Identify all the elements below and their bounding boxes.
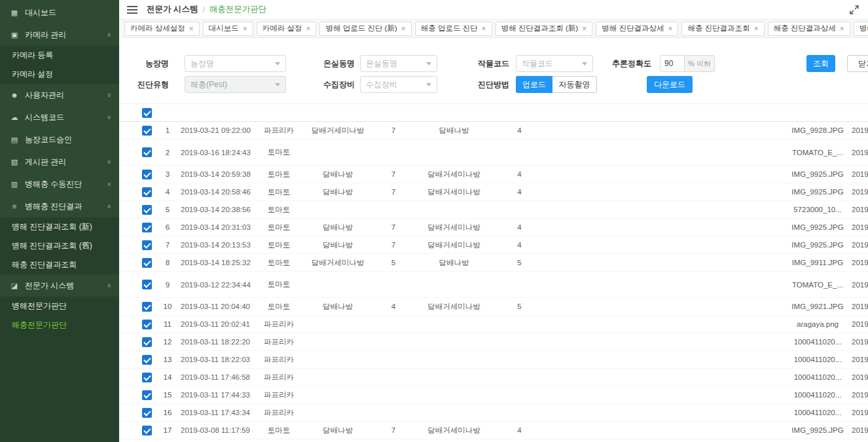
sidebar-item[interactable]: ▧ 게시판 관리 (0, 151, 119, 173)
cell-extra: 2019 (849, 241, 868, 249)
row-checkbox[interactable] (142, 170, 152, 179)
close-icon[interactable]: × (189, 25, 194, 33)
search-button[interactable]: 조회 (806, 55, 835, 72)
close-button[interactable]: 닫기 (847, 55, 868, 72)
tab[interactable]: ● 병해전문가판단 × (854, 22, 868, 36)
row-checkbox[interactable] (142, 302, 152, 312)
close-icon[interactable]: × (668, 25, 672, 33)
method-upload-button[interactable]: 업로드 (516, 76, 552, 93)
fullscreen-icon[interactable] (850, 5, 859, 14)
close-icon[interactable]: × (401, 25, 406, 33)
close-icon[interactable]: × (582, 25, 587, 33)
row-checkbox[interactable] (142, 337, 152, 347)
table-row[interactable]: 13 2019-03-11 18:22:03 파프리카 1000411020..… (119, 351, 868, 369)
cell-date: 2019-03-21 09:22:00 (179, 126, 253, 134)
sidebar-item[interactable]: ▤ 농장코드승인 (0, 128, 119, 151)
checkbox-cell (137, 126, 156, 136)
cell-pest1: 담배나방 (305, 170, 371, 179)
row-checkbox[interactable] (142, 187, 152, 197)
sidebar-item[interactable]: ▣ 카메라 관리 (0, 24, 119, 46)
tab[interactable]: ● 해충 업로드 진단 × (415, 22, 492, 36)
close-icon[interactable]: × (306, 25, 310, 33)
sidebar-item[interactable]: 병해 진단결과조회 (新) (0, 217, 119, 236)
accuracy-input[interactable] (660, 55, 685, 72)
table-row[interactable]: 9 2019-03-12 22:34:44 토마토 TOMATO_E_... 2… (119, 272, 868, 298)
sidebar-item[interactable]: 카메라 등록 (0, 46, 119, 65)
tab[interactable]: ● 병해 진단결과상세 × (596, 22, 678, 36)
tab[interactable]: ● 대시보드 × (203, 22, 253, 36)
table-row[interactable]: 17 2019-03-08 11:17:59 토마토 담배나방 7 담배거세미나… (119, 422, 868, 439)
row-checkbox[interactable] (142, 223, 152, 232)
sidebar-item[interactable]: 카메라 설정 (0, 65, 119, 84)
method-auto-button[interactable]: 자동촬영 (552, 76, 597, 93)
table-row[interactable]: 10 2019-03-11 20:04:40 토마토 담배나방 4 담배거세미나… (119, 298, 868, 316)
table-row[interactable]: 11 2019-03-11 20:02:41 파프리카 aragaya.png … (119, 316, 868, 333)
row-checkbox[interactable] (142, 426, 152, 435)
row-checkbox[interactable] (142, 280, 152, 289)
tab[interactable]: ● 병해 진단결과조회 (新) × (496, 22, 593, 36)
cell-image: 1000411020... (786, 373, 849, 381)
table-row[interactable]: 8 2019-03-14 18:25:32 토마토 담배거세미나방 5 담배나방… (119, 254, 868, 272)
sidebar-item[interactable]: ≡ 병해충 진단결과 (0, 195, 119, 217)
close-icon[interactable]: × (840, 25, 844, 33)
sidebar-item[interactable]: 병해 진단결과조회 (舊) (0, 236, 119, 255)
row-checkbox[interactable] (142, 258, 152, 268)
equipment-select[interactable]: 수집장비 (360, 76, 437, 93)
table-row[interactable]: 14 2019-03-11 17:46:58 파프리카 1000411020..… (119, 369, 868, 386)
row-checkbox[interactable] (142, 320, 152, 329)
table-row[interactable]: 1 2019-03-21 09:22:00 파프리카 담배거세미나방 7 담배나… (119, 122, 868, 139)
row-checkbox[interactable] (142, 373, 152, 382)
sidebar-item[interactable]: ☁ 시스템코드 (0, 106, 119, 128)
row-checkbox[interactable] (142, 408, 152, 418)
close-icon[interactable]: × (243, 25, 247, 33)
sidebar-item[interactable]: ▥ 병해충 수동진단 (0, 173, 119, 195)
farm-select[interactable]: 농장명 (185, 55, 286, 72)
table-row[interactable]: 2 2019-03-16 18:24:43 토마토 TOMATO_E_... 2… (119, 139, 868, 166)
sidebar-item[interactable]: ◪ 전문가 시스템 (0, 274, 119, 297)
sidebar-item[interactable]: 병해전문가판단 (0, 297, 119, 316)
sidebar-item[interactable]: 해충 진단결과조회 (0, 255, 119, 274)
table-row[interactable]: 7 2019-03-14 20:13:53 토마토 담배나방 7 담배거세미나방… (119, 236, 868, 254)
row-checkbox[interactable] (142, 126, 152, 136)
table-row[interactable]: 12 2019-03-11 18:22:20 파프리카 1000411020..… (119, 333, 868, 351)
chevron-down-icon (426, 62, 431, 65)
sidebar-item[interactable]: 해충전문가판단 (0, 316, 119, 335)
table-row[interactable]: 16 2019-03-11 17:43:34 파프리카 1000411020..… (119, 404, 868, 422)
row-checkbox[interactable] (142, 147, 152, 157)
table-row[interactable]: 5 2019-03-14 20:38:56 토마토 5723000_10... … (119, 201, 868, 219)
tab[interactable]: ● 병해 업로드 진단 (新) × (319, 22, 411, 36)
cell-crop: 파프리카 (253, 126, 305, 136)
tab[interactable]: ● 해충 진단결과조회 × (681, 22, 764, 36)
select-all-checkbox[interactable] (142, 108, 152, 118)
download-button[interactable]: 다운로드 (647, 76, 693, 93)
cell-image: IMG_9928.JPG (786, 126, 849, 134)
cell-extra: 2019 (849, 320, 868, 328)
sidebar-item-label: 병해충 수동진단 (25, 179, 82, 190)
sidebar-item-label: 전문가 시스템 (25, 280, 74, 291)
tab-label: 해충 업로드 진단 (421, 24, 478, 33)
row-checkbox[interactable] (142, 390, 152, 400)
row-checkbox[interactable] (142, 205, 152, 215)
table-row[interactable]: 4 2019-03-14 20:58:46 토마토 담배나방 7 담배거세미나방… (119, 183, 868, 201)
close-icon[interactable]: × (482, 25, 486, 33)
table-row[interactable]: 6 2019-03-14 20:31:03 토마토 담배나방 7 담배거세미나방… (119, 219, 868, 236)
table-row[interactable]: 15 2019-03-11 17:44:33 파프리카 1000411020..… (119, 386, 868, 404)
checkbox-cell (137, 223, 156, 232)
table-row[interactable]: 3 2019-03-14 20:59:38 토마토 담배나방 7 담배거세미나방… (119, 166, 868, 183)
greenhouse-select[interactable]: 온실동명 (360, 55, 437, 72)
row-checkbox[interactable] (142, 240, 152, 250)
row-checkbox[interactable] (142, 355, 152, 365)
cell-crop: 토마토 (253, 240, 305, 250)
diagnosis-type-select[interactable]: 해충(Pest) (185, 76, 286, 93)
crop-code-select[interactable]: 작물코드 (516, 55, 593, 72)
checkbox-cell (137, 205, 156, 215)
cell-date: 2019-03-14 20:58:46 (179, 188, 253, 196)
tab-bar: ● 카메라 상세설정 × ● 대시보드 × ● 카메라 설정 × ● 병해 업로… (119, 20, 868, 38)
tab[interactable]: ● 카메라 설정 × (257, 22, 317, 36)
close-icon[interactable]: × (754, 25, 759, 33)
tab[interactable]: ● 카메라 상세설정 × (124, 22, 200, 36)
tab[interactable]: ● 해충 진단결과상세 × (768, 22, 850, 36)
hamburger-menu-icon[interactable] (127, 6, 137, 14)
sidebar-item[interactable]: ☻ 사용자관리 (0, 84, 119, 106)
sidebar-item[interactable]: ▦ 대시보드 (0, 1, 119, 24)
